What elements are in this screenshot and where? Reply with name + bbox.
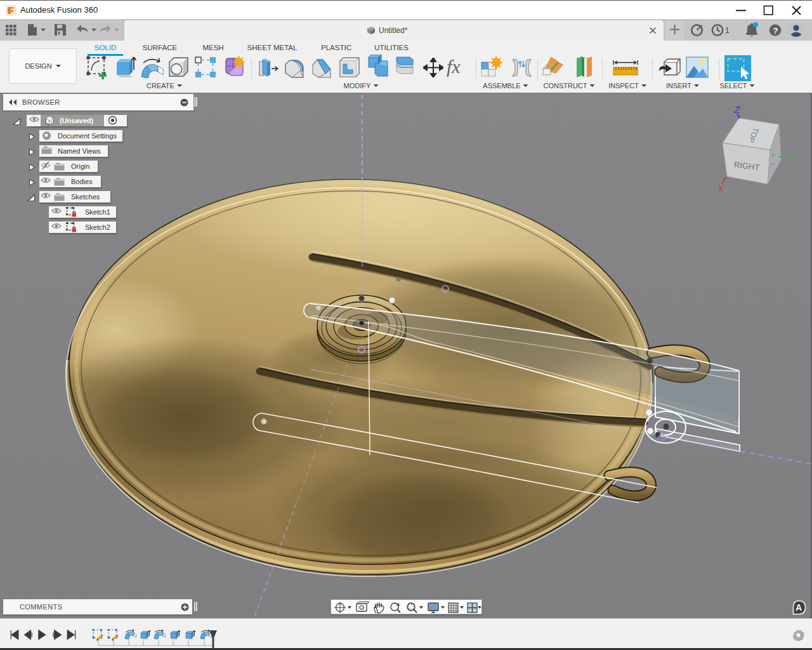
svg-text:Y: Y xyxy=(789,153,796,164)
svg-text:Z: Z xyxy=(733,104,740,115)
svg-text:A: A xyxy=(796,602,802,613)
svg-text:X: X xyxy=(717,183,724,194)
svg-text:?: ? xyxy=(773,26,778,36)
svg-text:1: 1 xyxy=(725,26,730,35)
